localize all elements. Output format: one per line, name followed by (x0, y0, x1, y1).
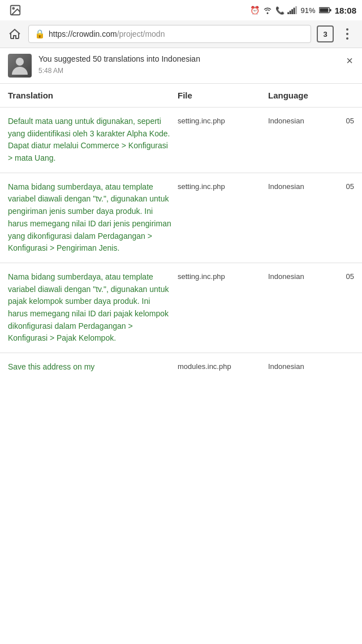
translation-header: Translation (8, 91, 178, 100)
table-row: Nama bidang sumberdaya, atau template va… (0, 263, 362, 353)
signal-icon (287, 6, 298, 14)
cell-translation-3: Nama bidang sumberdaya, atau template va… (8, 271, 178, 345)
lock-icon: 🔒 (35, 29, 45, 39)
language-header: Language (268, 91, 354, 100)
cell-file-2: setting.inc.php (178, 181, 268, 191)
cell-file-4: modules.inc.php (178, 361, 268, 371)
wifi-icon (262, 6, 273, 14)
menu-dot-3 (346, 37, 348, 40)
phone-icon: 📞 (275, 6, 285, 15)
cell-translation-4: Save this address on my (8, 361, 178, 373)
cell-score-3: 05 (344, 271, 354, 281)
notification-banner: You suggested 50 translations into Indon… (0, 48, 362, 84)
more-menu-icon[interactable] (339, 26, 355, 42)
cell-language-2: Indonesian (268, 181, 344, 191)
table-row: Nama bidang sumberdaya, atau template va… (0, 173, 362, 263)
tab-count[interactable]: 3 (317, 25, 334, 42)
notification-content: You suggested 50 translations into Indon… (38, 54, 338, 75)
cell-translation-1: Default mata uang untuk digunakan, seper… (8, 115, 178, 165)
translations-table: Translation File Language Default mata u… (0, 84, 362, 377)
notification-close-button[interactable]: × (345, 54, 354, 67)
home-icon[interactable] (7, 26, 23, 42)
time-display: 18:08 (335, 6, 356, 15)
url-domain-name: crowdin.com (72, 29, 117, 38)
status-icons: ⏰ 📞 (250, 6, 298, 15)
svg-rect-3 (289, 11, 291, 14)
table-row: Default mata uang untuk digunakan, seper… (0, 108, 362, 173)
url-path: /project/modn (117, 29, 165, 38)
battery-percent: 91% (301, 6, 316, 15)
browser-chrome: 🔒 https://crowdin.com/project/modn 3 (0, 20, 362, 48)
svg-rect-8 (330, 9, 331, 11)
svg-point-1 (12, 7, 14, 9)
status-bar: ⏰ 📞 91% 18:08 (0, 0, 362, 20)
avatar (8, 54, 32, 78)
svg-rect-2 (287, 12, 289, 15)
svg-point-10 (16, 58, 24, 66)
status-bar-right: ⏰ 📞 91% 18:08 (250, 6, 356, 15)
cell-translation-2: Nama bidang sumberdaya, atau template va… (8, 181, 178, 255)
cell-language-1: Indonesian (268, 115, 344, 125)
cell-file-1: setting.inc.php (178, 115, 268, 125)
file-header: File (178, 91, 268, 100)
notification-message: You suggested 50 translations into Indon… (38, 54, 338, 65)
status-bar-left (9, 4, 21, 16)
svg-rect-6 (295, 6, 297, 14)
svg-rect-5 (293, 8, 295, 14)
notification-time: 5:48 AM (38, 67, 338, 75)
address-bar[interactable]: 🔒 https://crowdin.com/project/modn (28, 25, 311, 43)
cell-language-4: Indonesian (268, 361, 354, 371)
table-header: Translation File Language (0, 84, 362, 108)
url-text: https://crowdin.com/project/modn (49, 29, 165, 38)
battery-icon (319, 7, 331, 14)
cell-score-1: 05 (344, 115, 354, 125)
menu-dot-2 (346, 33, 348, 35)
svg-rect-4 (291, 9, 293, 14)
avatar-image (8, 54, 32, 78)
menu-dot-1 (346, 28, 348, 31)
cell-file-3: setting.inc.php (178, 271, 268, 281)
url-domain: https:// (49, 29, 72, 38)
alarm-icon: ⏰ (250, 6, 260, 15)
cell-score-2: 05 (344, 181, 354, 191)
table-row-partial: Save this address on my modules.inc.php … (0, 353, 362, 377)
svg-rect-9 (320, 8, 328, 12)
photo-icon (9, 4, 21, 16)
cell-language-3: Indonesian (268, 271, 344, 281)
